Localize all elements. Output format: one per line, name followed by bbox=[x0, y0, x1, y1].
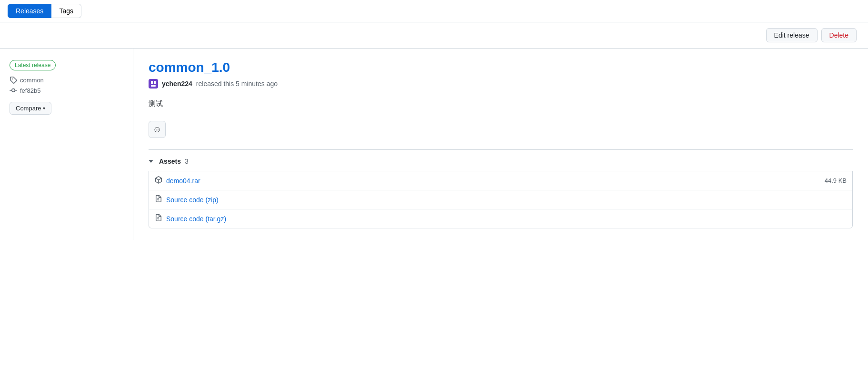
asset-left: Source code (zip) bbox=[155, 195, 219, 204]
chevron-down-icon: ▾ bbox=[43, 106, 45, 111]
sidebar-commit: fef82b5 bbox=[10, 87, 123, 94]
asset-source-targz-link[interactable]: Source code (tar.gz) bbox=[166, 215, 226, 223]
tags-tab[interactable]: Tags bbox=[51, 4, 81, 18]
svg-rect-3 bbox=[151, 85, 156, 87]
source-zip-icon bbox=[155, 195, 162, 204]
release-body: 测试 bbox=[149, 98, 853, 109]
assets-header: Assets 3 bbox=[149, 157, 853, 165]
delete-button[interactable]: Delete bbox=[821, 28, 857, 42]
release-detail: common_1.0 ychen224 released this 5 minu… bbox=[133, 49, 868, 240]
sidebar-tag: common bbox=[10, 76, 123, 84]
assets-label: Assets bbox=[159, 157, 181, 165]
asset-source-zip-link[interactable]: Source code (zip) bbox=[166, 196, 219, 204]
package-icon bbox=[155, 176, 162, 185]
source-targz-icon bbox=[155, 214, 162, 223]
releases-tab[interactable]: Releases bbox=[8, 4, 51, 18]
asset-row: demo04.rar 44.9 KB bbox=[149, 171, 853, 190]
compare-label: Compare bbox=[16, 105, 41, 112]
release-meta: ychen224 released this 5 minutes ago bbox=[149, 79, 853, 89]
svg-rect-0 bbox=[149, 79, 158, 89]
asset-left: Source code (tar.gz) bbox=[155, 214, 226, 223]
user-avatar-icon bbox=[149, 79, 158, 89]
top-nav: Releases Tags bbox=[0, 0, 868, 22]
asset-row: Source code (tar.gz) bbox=[149, 209, 853, 228]
commit-icon bbox=[10, 87, 17, 94]
assets-section: Assets 3 demo04.rar 44.9 KB bbox=[149, 149, 853, 228]
tag-icon bbox=[10, 76, 17, 84]
latest-release-badge: Latest release bbox=[10, 60, 56, 70]
compare-button[interactable]: Compare ▾ bbox=[10, 102, 51, 115]
asset-demo04-link[interactable]: demo04.rar bbox=[166, 177, 200, 185]
edit-release-button[interactable]: Edit release bbox=[766, 28, 818, 42]
assets-count: 3 bbox=[185, 157, 189, 165]
release-title: common_1.0 bbox=[149, 60, 853, 75]
asset-demo04-size: 44.9 KB bbox=[825, 177, 847, 184]
asset-row: Source code (zip) bbox=[149, 190, 853, 209]
svg-rect-2 bbox=[154, 81, 156, 84]
sidebar: Latest release common fef82b5 Compare ▾ bbox=[0, 49, 133, 240]
asset-left: demo04.rar bbox=[155, 176, 200, 185]
main-content: Latest release common fef82b5 Compare ▾ … bbox=[0, 49, 868, 240]
svg-rect-1 bbox=[151, 81, 153, 84]
release-author: ychen224 bbox=[162, 80, 192, 88]
release-meta-text: released this 5 minutes ago bbox=[196, 80, 278, 88]
assets-chevron-icon bbox=[149, 160, 153, 163]
actions-bar: Edit release Delete bbox=[0, 22, 868, 49]
sidebar-tag-name: common bbox=[20, 77, 44, 84]
emoji-button[interactable]: ☺ bbox=[149, 121, 166, 138]
sidebar-commit-hash: fef82b5 bbox=[20, 87, 40, 94]
